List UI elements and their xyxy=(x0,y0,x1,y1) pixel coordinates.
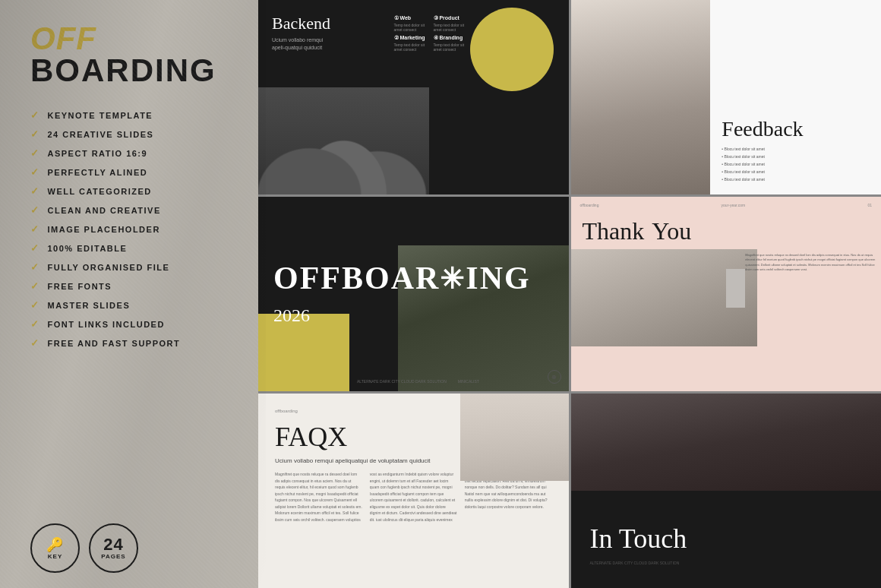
slide-thank-you: offboarding your-year.com 01 Thank You M… xyxy=(571,197,882,391)
slide4-header: offboarding your-year.com 01 xyxy=(571,197,882,213)
pages-badge: 24 PAGES xyxy=(89,523,138,573)
slide1-subtitle: Ucium vollabo remqui apeli-quatqui quidu… xyxy=(272,36,333,52)
list-item: ✓ 24 CREATIVE SLIDES xyxy=(30,128,235,140)
features-list: ✓ KEYNOTE TEMPLATE ✓ 24 CREATIVE SLIDES … xyxy=(30,102,235,356)
slide2-photo-area xyxy=(571,0,711,194)
grid-item-marketing: ② Marketing Temp text dolor sit amet con… xyxy=(394,35,431,52)
key-label: KEY xyxy=(48,553,62,560)
brand-off: OFF xyxy=(30,23,235,55)
slide-faqx: offboarding your-year.com FAQX Ucium vol… xyxy=(258,394,569,588)
feature-label: FREE AND FAST SUPPORT xyxy=(48,339,181,348)
list-item: ✓ ASPECT RATIO 16:9 xyxy=(30,147,235,159)
list-item: ✓ PERFECTLY ALINED xyxy=(30,166,235,178)
slide-backend: Backend Ucium vollabo remqui apeli-quatq… xyxy=(258,0,569,194)
feature-label: MASTER SLIDES xyxy=(48,301,131,310)
key-icon: 🔑 xyxy=(46,536,64,553)
list-item: ✓ FONT LINKS INCLUDED xyxy=(30,318,235,330)
check-icon: ✓ xyxy=(30,204,40,216)
left-panel: OFF BOARDING ✓ KEYNOTE TEMPLATE ✓ 24 CRE… xyxy=(0,0,258,588)
check-icon: ✓ xyxy=(30,280,40,292)
brand-boarding: BOARDING xyxy=(30,55,235,87)
slide-in-touch: In Touch ALTERNATE DARK CITY CLOUD DARK … xyxy=(571,394,882,588)
feature-label: WELL CATEGORIZED xyxy=(48,187,152,196)
feature-label: ASPECT RATIO 16:9 xyxy=(48,149,148,158)
list-item: ✓ MASTER SLIDES xyxy=(30,299,235,311)
slide2-person-photo xyxy=(571,0,711,194)
target-icon: ⊕ xyxy=(548,370,561,384)
slide3-footer-text2: MINICALIST xyxy=(458,379,479,384)
check-icon: ✓ xyxy=(30,299,40,311)
pages-number: 24 xyxy=(103,536,123,553)
list-item: ✓ FULLY ORGANISED FILE xyxy=(30,261,235,273)
check-icon: ✓ xyxy=(30,337,40,349)
list-item: ✓ CLEAN AND CREATIVE xyxy=(30,204,235,216)
feature-label: CLEAN AND CREATIVE xyxy=(48,206,161,215)
feature-label: PERFECTLY ALINED xyxy=(48,168,148,177)
slide3-footer-text1: ALTERNATE DARK CITY CLOUD DARK SOLUTION xyxy=(357,379,447,384)
slide3-title: OFFBOAR✳ING xyxy=(273,262,554,294)
pages-label: PAGES xyxy=(101,553,125,560)
keynote-badge: 🔑 KEY xyxy=(30,523,80,573)
slide6-footer: ALTERNATE DARK CITY CLOUD DARK SOLUTION xyxy=(590,561,863,565)
slide2-text-area: Feedback • Blocu text dolor sit amet • B… xyxy=(710,0,881,194)
people-silhouette xyxy=(258,87,429,194)
list-item: ✓ FREE AND FAST SUPPORT xyxy=(30,337,235,349)
check-icon: ✓ xyxy=(30,185,40,197)
check-icon: ✓ xyxy=(30,147,40,159)
list-item: ✓ IMAGE PLACEHOLDER xyxy=(30,223,235,235)
feature-label: 24 CREATIVE SLIDES xyxy=(48,130,154,139)
list-item: ✓ WELL CATEGORIZED xyxy=(30,185,235,197)
check-icon: ✓ xyxy=(30,242,40,254)
slide-offboarding-main: OFFBOAR✳ING 2026 ALTERNATE DARK CITY CLO… xyxy=(258,197,569,391)
check-icon: ✓ xyxy=(30,128,40,140)
slide6-photo xyxy=(571,394,882,491)
slide4-you: You xyxy=(652,217,691,245)
slide5-header-left: offboarding xyxy=(275,409,298,413)
check-icon: ✓ xyxy=(30,166,40,178)
slide6-title: In Touch xyxy=(590,523,863,555)
feature-label: IMAGE PLACEHOLDER xyxy=(48,225,160,234)
slide2-title: Feedback xyxy=(722,117,870,141)
slide1-content-grid: ① Web Temp text dolor sit amet consect ③… xyxy=(394,15,470,52)
feature-label: KEYNOTE TEMPLATE xyxy=(48,111,153,120)
slide5-photo-inner xyxy=(460,394,569,481)
feature-label: 100% EDITABLE xyxy=(48,244,128,253)
slide-feedback: Feedback • Blocu text dolor sit amet • B… xyxy=(571,0,882,194)
slide4-thank: Thank xyxy=(583,217,645,245)
grid-item-product: ③ Product Temp text dolor sit amet conse… xyxy=(434,15,470,32)
slide1-photo xyxy=(258,87,429,194)
grid-item-branding: ④ Branding Temp text dolor sit amet cons… xyxy=(434,35,470,52)
list-item: ✓ FREE FONTS xyxy=(30,280,235,292)
check-icon: ✓ xyxy=(30,261,40,273)
slide6-people-photo xyxy=(571,394,882,491)
list-item: ✓ KEYNOTE TEMPLATE xyxy=(30,109,235,121)
slides-grid: Backend Ucium vollabo remqui apeli-quatq… xyxy=(258,0,881,588)
list-item: ✓ 100% EDITABLE xyxy=(30,242,235,254)
feature-label: FONT LINKS INCLUDED xyxy=(48,320,165,329)
feature-label: FREE FONTS xyxy=(48,282,112,291)
slide5-photo xyxy=(460,394,569,481)
grid-item-web: ① Web Temp text dolor sit amet consect xyxy=(394,15,431,32)
slide2-bullets: • Blocu text dolor sit amet • Blocu text… xyxy=(722,145,870,183)
star-icon: ✳ xyxy=(440,264,466,293)
brand-title: OFF BOARDING xyxy=(30,23,235,87)
slide4-text: Magniftret que nostis reluque ra dessed … xyxy=(741,249,881,346)
check-icon: ✓ xyxy=(30,223,40,235)
check-icon: ✓ xyxy=(30,318,40,330)
bottom-badges: 🔑 KEY 24 PAGES xyxy=(30,512,235,573)
check-icon: ✓ xyxy=(30,109,40,121)
slide3-year: 2026 xyxy=(273,305,554,326)
slide4-bottom: Magniftret que nostis reluque ra dessed … xyxy=(571,249,882,346)
gold-circle-decoration xyxy=(470,8,554,91)
feature-label: FULLY ORGANISED FILE xyxy=(48,263,170,272)
slide4-words: Thank You xyxy=(571,213,882,249)
slide3-footer: ALTERNATE DARK CITY CLOUD DARK SOLUTION … xyxy=(357,379,479,384)
